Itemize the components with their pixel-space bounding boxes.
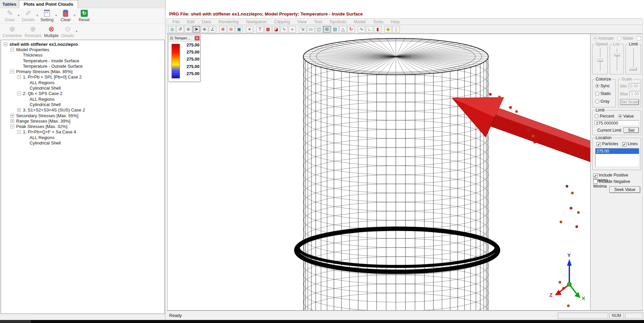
menu-view[interactable]: View <box>294 19 310 24</box>
speed-slider-thumb[interactable] <box>596 58 603 62</box>
expand-icon[interactable]: + <box>17 108 21 112</box>
tree-item[interactable]: −2. Qb < SPS Case 2 <box>1 91 164 96</box>
value-radio[interactable] <box>618 114 622 118</box>
collapse-icon[interactable]: − <box>4 42 7 46</box>
seek-value-button[interactable]: Seek Value <box>609 186 640 193</box>
tree-item[interactable]: +Secondary Stresses [Max. 55%] <box>1 113 164 118</box>
colorize-static-row[interactable]: Static <box>595 91 611 96</box>
lines-checkbox[interactable]: ✓ <box>622 142 627 147</box>
tree-item[interactable]: −Primary Stresses [Max. 85%] <box>1 69 164 74</box>
spin-tool-icon[interactable]: ⊛ <box>185 26 192 33</box>
tree-item[interactable]: −Model Properties <box>1 47 164 52</box>
zoom-in-icon[interactable]: ⊕ <box>219 26 227 33</box>
view-horizontal-icon[interactable]: ▤ <box>331 26 339 33</box>
sync-radio[interactable] <box>595 84 599 88</box>
menu-symbols[interactable]: Symbols <box>326 19 350 24</box>
menu-model[interactable]: Model <box>350 19 369 24</box>
zoom-window-icon[interactable]: ▣ <box>235 26 243 33</box>
collapse-icon[interactable]: − <box>17 130 21 134</box>
menu-clipping[interactable]: Clipping <box>270 19 294 24</box>
animate-radio[interactable] <box>593 36 597 40</box>
tree-item[interactable]: ALL Regions <box>1 135 164 140</box>
shaded-toggle-icon[interactable]: ◪ <box>272 26 280 33</box>
location-list[interactable]: 275.00 <box>595 148 639 167</box>
toolbar1-reset-button[interactable]: ↻Reset <box>76 9 92 23</box>
limit-value-input[interactable]: 275.000000 <box>595 120 639 126</box>
zoom-tool-icon[interactable]: ◎ <box>168 26 176 33</box>
chevron-down-icon[interactable]: ▾ <box>18 13 20 17</box>
view-split-icon[interactable]: ◫ <box>315 26 323 33</box>
animate-checkbox[interactable] <box>637 36 641 40</box>
tree-item[interactable]: Cylindrical Shell <box>1 85 164 91</box>
menu-edit[interactable]: Edit <box>183 19 198 24</box>
slider-radio[interactable] <box>617 36 621 40</box>
view-quad-icon[interactable]: ⊞ <box>323 26 331 33</box>
toolbar1-setting-button[interactable]: ✓✓Setting <box>39 9 55 23</box>
chevron-down-icon[interactable]: ▾ <box>36 13 38 17</box>
viewport-3d[interactable]: YZX 2) Temper... x 275.00275.00275.00275… <box>167 34 590 311</box>
menu-file[interactable]: File <box>169 19 183 24</box>
tree-item[interactable]: −Peak Stresses [Max. 32%] <box>1 124 164 129</box>
find-icon[interactable]: ⌖ <box>246 26 253 33</box>
limit-slider-thumb[interactable] <box>629 67 637 70</box>
iso-view-icon[interactable]: ⇲ <box>299 26 306 33</box>
value-labels-icon[interactable]: ▦ <box>264 26 272 33</box>
menu-rendering[interactable]: Rendering <box>215 19 242 24</box>
graph-axes-icon[interactable]: ∟ <box>366 26 373 33</box>
perspective-icon[interactable]: △ <box>339 26 347 33</box>
graph-icon[interactable]: ∿ <box>358 26 365 33</box>
orbit-tool-icon[interactable]: ⊕ <box>201 26 208 33</box>
tree-item[interactable]: +3. S1+S2+S3<4S (SUS) Case 2 <box>1 107 164 113</box>
loc-slider-thumb[interactable] <box>613 52 620 56</box>
legend-title-bar[interactable]: 2) Temper... x <box>168 35 200 41</box>
view-single-icon[interactable]: ▭ <box>307 26 314 33</box>
tree-item[interactable]: −shell with stiffener ex1.nozzlepro <box>1 41 164 47</box>
include-negative-minima-checkbox[interactable] <box>593 179 598 184</box>
refresh-icon[interactable]: ↻ <box>347 26 355 33</box>
chevron-down-icon[interactable]: ▾ <box>55 13 57 17</box>
axis-tool-icon[interactable]: ∠ <box>209 26 216 33</box>
chevron-down-icon[interactable]: ▾ <box>74 13 75 17</box>
menu-navigation[interactable]: Navigation <box>242 19 270 24</box>
light-bulb-icon[interactable]: ◉ <box>384 26 392 33</box>
collapse-icon[interactable]: − <box>17 92 21 95</box>
tree-item[interactable]: Cylindrical Shell <box>1 140 164 146</box>
annotation-note-icon[interactable]: ▯ <box>392 26 400 33</box>
toolbar1-clear-button[interactable]: Clear <box>58 9 73 23</box>
tree-item[interactable]: Cylindrical Shell <box>1 102 164 107</box>
legend-window[interactable]: 2) Temper... x 275.00275.00275.00275.002… <box>168 35 200 82</box>
scale-max-input[interactable]: 1.00 <box>630 91 640 97</box>
tree-item[interactable]: Thickness <box>1 53 164 58</box>
tree-item[interactable]: −1. Pl+Pb < SPL [Pb=0] Case 2 <box>1 74 164 80</box>
gray-radio[interactable] <box>595 99 599 103</box>
zoom-out-icon[interactable]: ⊖ <box>227 26 235 33</box>
expand-icon[interactable]: + <box>10 114 14 118</box>
results-tree[interactable]: −shell with stiffener ex1.nozzlepro−Mode… <box>1 40 165 314</box>
rotate-tool-icon[interactable]: ↺ <box>177 26 184 33</box>
particles-checkbox[interactable]: ✓ <box>597 142 601 147</box>
tab-tables[interactable]: Tables <box>1 0 18 8</box>
toolbar2-multiple-button[interactable]: ⊗Multiple <box>43 25 60 38</box>
close-icon[interactable]: x <box>195 36 199 40</box>
set-limit-button[interactable]: Set <box>623 127 639 133</box>
menu-help[interactable]: Help <box>387 19 404 24</box>
tree-item[interactable]: ALL Regions <box>1 96 164 102</box>
chevron-down-icon[interactable]: ▾ <box>76 29 77 33</box>
set-scale-button[interactable]: Set Scale <box>620 99 639 105</box>
text-toggle-icon[interactable]: T <box>256 26 264 33</box>
tab-plots-and-point-clouds[interactable]: Plots and Point Clouds <box>19 0 78 8</box>
colorize-sync-row[interactable]: Sync <box>595 84 610 88</box>
menu-text[interactable]: Text <box>310 19 326 24</box>
tree-item[interactable]: −1. Pl+Pb+Q+F < Sa Case 4 <box>1 129 164 135</box>
tree-item[interactable]: Temperature - Inside Surface <box>1 58 164 63</box>
sphere-toggle-icon[interactable]: ● <box>289 26 296 33</box>
location-list-selected[interactable]: 275.00 <box>596 149 639 154</box>
expand-icon[interactable]: + <box>10 119 14 123</box>
collapse-icon[interactable]: − <box>10 48 14 52</box>
percent-radio[interactable] <box>595 114 599 118</box>
include-positive-maxima-checkbox[interactable]: ✓ <box>593 173 598 178</box>
menu-data[interactable]: Data <box>198 19 215 24</box>
tree-item[interactable]: Temperature - Outside Surface <box>1 63 164 69</box>
scale-min-input[interactable]: 0.00 <box>629 83 640 89</box>
select-tool-icon[interactable]: ➤ <box>193 26 200 33</box>
